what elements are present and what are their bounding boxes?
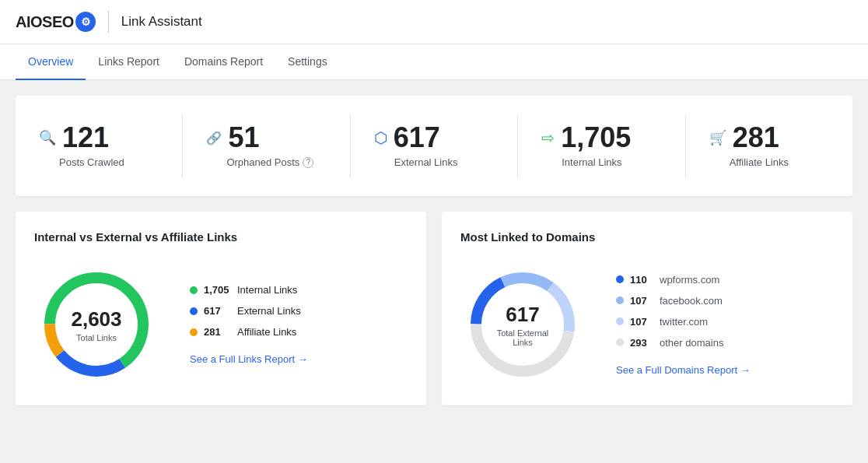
charts-row: Internal vs External vs Affiliate Links … xyxy=(16,212,852,405)
header: AIOSEO ⚙ Link Assistant xyxy=(0,0,868,44)
domains-legend: 110 wpforms.com 107 facebook.com 107 twi… xyxy=(616,274,751,349)
domains-name-other: other domains xyxy=(660,337,723,349)
affiliate-links-number: 281 xyxy=(733,124,779,152)
domains-chart-content: 617 Total External Links 110 wpforms.com xyxy=(460,262,834,387)
legend-affiliate-dot xyxy=(190,328,198,336)
internal-links-label: Internal Links xyxy=(562,156,621,168)
legend-external-count: 617 xyxy=(204,305,231,317)
stats-card: 🔍 121 Posts Crawled 🔗 51 Orphaned Posts … xyxy=(16,96,852,196)
logo-gear-icon: ⚙ xyxy=(75,12,96,32)
orphaned-posts-icon: 🔗 xyxy=(206,131,222,146)
links-total-label: Total Links xyxy=(71,333,121,342)
internal-links-number: 1,705 xyxy=(561,124,631,152)
affiliate-links-icon: 🛒 xyxy=(709,129,726,146)
legend-external-label: External Links xyxy=(237,305,301,317)
domains-legend-wpforms: 110 wpforms.com xyxy=(616,274,751,286)
domains-chart-title: Most Linked to Domains xyxy=(460,230,834,244)
tab-settings[interactable]: Settings xyxy=(275,44,340,80)
links-chart-right: 1,705 Internal Links 617 External Links … xyxy=(190,284,308,365)
legend-affiliate: 281 Affiliate Links xyxy=(190,326,308,338)
domains-total-label: Total External Links xyxy=(492,328,554,347)
domains-name-wpforms: wpforms.com xyxy=(660,274,719,286)
links-donut-wrapper: 2,603 Total Links xyxy=(34,262,159,387)
legend-affiliate-label: Affiliate Links xyxy=(237,326,296,338)
main-content: 🔍 121 Posts Crawled 🔗 51 Orphaned Posts … xyxy=(0,80,868,421)
domains-chart-right: 110 wpforms.com 107 facebook.com 107 twi… xyxy=(616,274,751,376)
domains-donut-center: 617 Total External Links xyxy=(492,303,554,347)
domains-legend-facebook: 107 facebook.com xyxy=(616,295,751,307)
stat-internal-links: ⇨ 1,705 Internal Links xyxy=(518,114,685,177)
legend-internal-dot xyxy=(190,286,198,294)
posts-crawled-icon: 🔍 xyxy=(39,129,56,146)
tab-links-report[interactable]: Links Report xyxy=(86,44,172,80)
domains-dot-twitter xyxy=(616,317,624,325)
orphaned-posts-help-icon[interactable]: ? xyxy=(303,157,313,168)
links-chart-title: Internal vs External vs Affiliate Links xyxy=(34,230,408,244)
legend-internal-label: Internal Links xyxy=(237,284,297,296)
legend-affiliate-count: 281 xyxy=(204,326,231,338)
orphaned-posts-number: 51 xyxy=(228,124,259,152)
links-legend: 1,705 Internal Links 617 External Links … xyxy=(190,284,308,338)
domains-donut-wrapper: 617 Total External Links xyxy=(460,262,585,387)
domains-legend-other: 293 other domains xyxy=(616,337,751,349)
external-links-icon: ⬡ xyxy=(374,128,387,147)
domains-count-wpforms: 110 xyxy=(630,274,653,286)
posts-crawled-number: 121 xyxy=(62,124,109,152)
logo-text: AIOSEO xyxy=(16,13,74,31)
header-divider xyxy=(108,11,109,33)
external-links-label: External Links xyxy=(394,156,458,168)
links-donut-center: 2,603 Total Links xyxy=(71,307,121,342)
domains-chart-card: Most Linked to Domains 617 Total Ext xyxy=(442,212,852,405)
tab-overview[interactable]: Overview xyxy=(16,44,86,80)
domains-dot-facebook xyxy=(616,296,624,304)
external-links-number: 617 xyxy=(394,124,440,152)
links-chart-content: 2,603 Total Links 1,705 Internal Links xyxy=(34,262,408,387)
header-title: Link Assistant xyxy=(121,14,202,30)
legend-external-dot xyxy=(190,307,198,315)
tab-domains-report[interactable]: Domains Report xyxy=(172,44,275,80)
see-full-domains-link[interactable]: See a Full Domains Report → xyxy=(616,364,751,376)
links-chart-card: Internal vs External vs Affiliate Links … xyxy=(16,212,426,405)
legend-internal-count: 1,705 xyxy=(204,284,231,296)
affiliate-links-label: Affiliate Links xyxy=(730,156,789,168)
stat-external-links: ⬡ 617 External Links xyxy=(351,114,518,177)
domains-dot-wpforms xyxy=(616,275,624,283)
nav-tabs: Overview Links Report Domains Report Set… xyxy=(0,44,868,80)
stat-posts-crawled: 🔍 121 Posts Crawled xyxy=(16,114,183,177)
logo: AIOSEO ⚙ xyxy=(16,12,96,32)
orphaned-posts-label: Orphaned Posts ? xyxy=(226,156,313,168)
domains-legend-twitter: 107 twitter.com xyxy=(616,316,751,328)
domains-name-facebook: facebook.com xyxy=(660,295,723,307)
legend-internal: 1,705 Internal Links xyxy=(190,284,308,296)
domains-name-twitter: twitter.com xyxy=(660,316,708,328)
domains-count-twitter: 107 xyxy=(630,316,653,328)
domains-count-other: 293 xyxy=(630,337,653,349)
links-total-number: 2,603 xyxy=(71,307,121,331)
see-full-links-link[interactable]: See a Full Links Report → xyxy=(190,353,308,365)
domains-total-number: 617 xyxy=(492,303,554,327)
posts-crawled-label: Posts Crawled xyxy=(59,156,124,168)
internal-links-icon: ⇨ xyxy=(541,128,555,147)
domains-dot-other xyxy=(616,338,624,346)
stat-affiliate-links: 🛒 281 Affiliate Links xyxy=(686,114,852,177)
domains-count-facebook: 107 xyxy=(630,295,653,307)
stat-orphaned-posts: 🔗 51 Orphaned Posts ? xyxy=(183,114,350,177)
legend-external: 617 External Links xyxy=(190,305,308,317)
